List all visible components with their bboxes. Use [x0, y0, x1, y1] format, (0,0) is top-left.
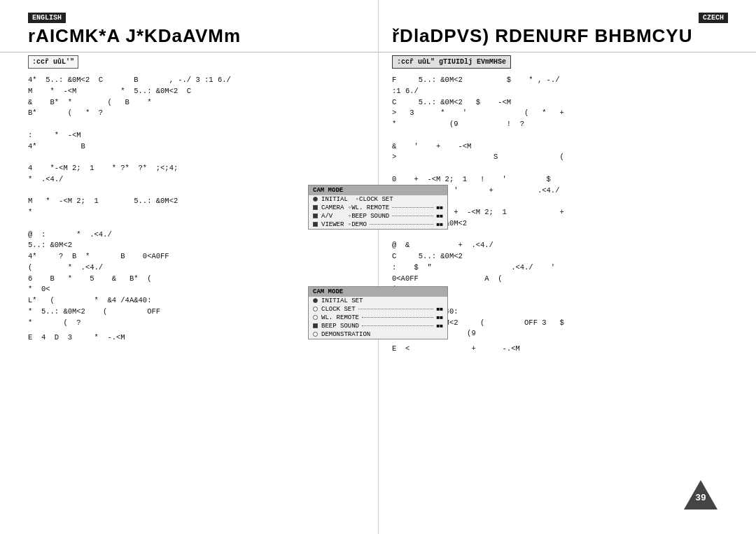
bar-line: [370, 224, 434, 225]
cam-item2-wl: WL. REMOTE ■■: [309, 314, 447, 322]
bar-value: ■■: [436, 323, 443, 329]
bar-value: ■■: [436, 213, 443, 219]
cam-item-label: INITIAL ◦CLOCK SET: [321, 196, 393, 203]
english-badge: ENGLISH: [28, 13, 66, 23]
bar-line: [362, 317, 433, 318]
cam-item-av: A/V ◦BEEP SOUND ■■: [309, 212, 447, 220]
bar-value: ■■: [436, 306, 443, 312]
cam-item-viewer: VIEWER ◦DEMO ■■: [309, 220, 447, 229]
right-section-label: :ccř uůL" gTIUIDlj EVmMHSe: [392, 55, 511, 69]
cam-item2-label: CLOCK SET: [321, 306, 356, 313]
cam-mode-title-2: CAM MODE: [309, 287, 447, 297]
checkbox-beep: [313, 323, 318, 328]
bar-value: ■■: [436, 204, 443, 211]
left-section-label: :ccř uůL'": [28, 55, 78, 69]
cam-item-initial: INITIAL ◦CLOCK SET: [309, 195, 447, 204]
page-container: ENGLISH rAICMK*A J*KDaAVMm CZECH řDlaDPV…: [0, 0, 756, 534]
header-left: ENGLISH rAICMK*A J*KDaAVMm: [28, 13, 378, 46]
bar-value: ■■: [436, 314, 443, 321]
cam-item2-label: INITIAL SET: [321, 297, 363, 304]
header-section: ENGLISH rAICMK*A J*KDaAVMm CZECH řDlaDPV…: [0, 0, 756, 52]
cam-item-camera: CAMERA ◦WL. REMOTE ■■: [309, 204, 447, 212]
cam-mode-title-1: CAM MODE: [309, 185, 447, 195]
cam-item2-demo: DEMONSTRATION: [309, 330, 447, 339]
cam-item-label: VIEWER ◦DEMO: [321, 221, 367, 228]
cam-item2-label: DEMONSTRATION: [321, 331, 370, 338]
content-section: :ccř uůL'" 4* 5..: &0M<2 C B , -./ 3 :1 …: [0, 55, 756, 534]
radio-empty-clock: [313, 307, 318, 311]
bar-value: ■■: [436, 221, 443, 227]
checkbox-av: [313, 213, 318, 218]
english-title: rAICMK*A J*KDaAVMm: [28, 26, 364, 46]
bar-line: [362, 325, 433, 326]
checkbox-camera: [313, 205, 318, 210]
page-number-container: 39: [684, 480, 718, 510]
cam-item2-label: WL. REMOTE: [321, 314, 359, 321]
cam-mode-box-2: CAM MODE INITIAL SET CLOCK SET ■■ WL. RE…: [308, 286, 448, 339]
radio-filled-2: [313, 298, 318, 303]
czech-title: řDlaDPVS) RDENURF BHBMCYU: [392, 26, 728, 46]
radio-empty-wl: [313, 315, 318, 320]
page-number: 39: [695, 493, 706, 503]
cam-item-label: CAMERA ◦WL. REMOTE: [321, 204, 389, 211]
checkbox-viewer: [313, 222, 318, 227]
czech-badge: CZECH: [699, 13, 728, 23]
bar-line: [392, 207, 433, 208]
cam-item2-clock: CLOCK SET ■■: [309, 305, 447, 314]
header-right: CZECH řDlaDPVS) RDENURF BHBMCYU: [378, 13, 728, 46]
radio-empty-demo: [313, 332, 318, 337]
cam-item2-beep: BEEP SOUND ■■: [309, 322, 447, 330]
cam-item2-initial: INITIAL SET: [309, 297, 447, 305]
bar-line: [358, 309, 434, 309]
radio-filled: [313, 197, 318, 202]
cam-item2-label: BEEP SOUND: [321, 323, 359, 330]
cam-item-label: A/V ◦BEEP SOUND: [321, 213, 389, 220]
bar-line: [392, 216, 433, 216]
cam-mode-box-1: CAM MODE INITIAL ◦CLOCK SET CAMERA ◦WL. …: [308, 185, 448, 230]
right-last-line: E < + -.<M: [392, 344, 728, 355]
